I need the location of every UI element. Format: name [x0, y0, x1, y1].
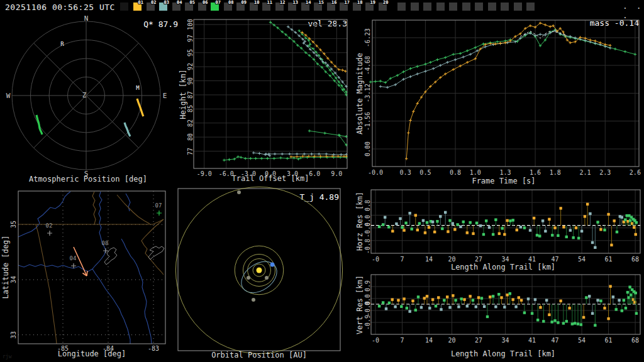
compass-south: S: [84, 170, 89, 178]
vert-res-plot: [0, 0, 644, 362]
polar-annotation-r: R: [60, 41, 64, 47]
mag-x-tick: 1.6: [530, 169, 541, 176]
vel-y-tick: 97: [187, 35, 194, 42]
map-station-label-04: 04: [70, 255, 77, 261]
mag-x-tick: 0.5: [419, 169, 431, 176]
vel-y-tick: 77: [187, 147, 194, 155]
mag-x-tick: 2.3: [599, 169, 611, 176]
mag-y-tick: -6.23: [364, 28, 371, 47]
vert-x-tick: 7: [401, 337, 404, 344]
vert-x-tick: 41: [528, 337, 536, 344]
vert-x-tick: 34: [502, 337, 509, 344]
map-y-tick: 35: [10, 221, 17, 228]
mag-x-tick: 1.8: [550, 169, 561, 176]
vert-ylabel: Vert Res [km]: [355, 275, 364, 334]
horz-x-tick: 20: [448, 256, 455, 263]
vel-x-tick: -3.0: [241, 170, 256, 177]
horz-y-tick: -0.8: [364, 239, 371, 254]
map-station-label-08: 08: [102, 240, 109, 246]
map-x-tick: -85: [57, 345, 69, 352]
mag-x-tick: 1.0: [470, 169, 481, 176]
vel-y-tick: 85: [187, 105, 194, 112]
horz-x-tick: 7: [401, 256, 404, 263]
vel-y-tick: 100: [187, 19, 194, 30]
mag-y-tick: -1.56: [364, 112, 371, 131]
horz-x-tick: 27: [475, 256, 482, 263]
horz-x-tick: 47: [551, 256, 558, 263]
vert-x-tick: -0: [372, 337, 379, 344]
map-x-tick: -84: [103, 345, 114, 352]
vert-y-tick: -0.9: [364, 315, 371, 330]
vert-xlabel: Length Along Trail [km]: [451, 349, 555, 358]
mag-x-tick: 1.3: [499, 169, 511, 176]
vert-x-tick: 61: [605, 337, 613, 344]
mag-y-tick: 0.00: [364, 141, 371, 156]
vel-y-tick: 80: [187, 133, 194, 141]
meteor-dashboard: { "topbar": { "timestamp": "20251106 00:…: [0, 0, 644, 362]
horz-x-tick: 41: [528, 256, 536, 263]
vert-y-tick: -0.0: [364, 301, 371, 316]
map-y-tick: 33: [10, 331, 17, 339]
mag-x-tick: 2.6: [630, 169, 641, 176]
vel-y-tick: 90: [187, 77, 194, 85]
vel-x-tick: 6.0: [309, 170, 320, 177]
horz-x-tick: 14: [425, 256, 433, 263]
compass-north: N: [84, 14, 89, 23]
vert-x-tick: 54: [578, 337, 586, 344]
mag-x-tick: 2.1: [579, 169, 591, 176]
map-station-label-02: 02: [46, 222, 53, 229]
vert-x-tick: 47: [551, 337, 558, 344]
vert-x-tick: 27: [475, 337, 482, 344]
mag-y-tick: -3.12: [364, 84, 371, 102]
horz-x-tick: -0: [372, 256, 379, 263]
vel-y-tick: 82: [187, 119, 194, 127]
vert-x-tick: 14: [425, 337, 433, 344]
map-x-tick: -83: [148, 345, 159, 352]
mag-x-tick: 0.3: [400, 169, 411, 176]
horz-x-tick: 61: [605, 256, 613, 263]
compass-east: E: [163, 92, 167, 100]
vel-x-tick: 0.0: [265, 170, 276, 177]
compass-west: W: [6, 92, 11, 100]
horz-y-tick: -0.0: [364, 222, 371, 238]
mag-x-tick: 0.8: [450, 169, 461, 176]
vert-x-tick: 20: [448, 337, 455, 344]
vel-x-tick: -9.0: [197, 170, 212, 177]
vel-y-tick: 95: [187, 49, 194, 57]
map-station-label-07: 07: [155, 202, 162, 209]
polar-annotation-m: M: [136, 85, 139, 91]
horz-y-tick: 0.8: [364, 200, 371, 211]
vel-y-tick: 87: [187, 91, 194, 99]
vel-y-tick: 92: [187, 63, 194, 70]
vert-x-tick: 68: [631, 337, 639, 344]
compass-zenith: Z: [82, 91, 87, 99]
vel-x-tick: 9.0: [331, 170, 342, 177]
horz-x-tick: 54: [578, 256, 586, 263]
horz-x-tick: 68: [631, 256, 639, 263]
vert-y-tick: 0.9: [364, 280, 371, 292]
mag-x-tick: -0.0: [368, 169, 383, 176]
horz-x-tick: 34: [502, 256, 509, 263]
vel-x-tick: -6.0: [219, 170, 234, 177]
map-y-tick: 34: [10, 276, 17, 283]
vel-x-tick: 3.0: [287, 170, 298, 177]
mag-y-tick: -4.68: [364, 56, 371, 75]
